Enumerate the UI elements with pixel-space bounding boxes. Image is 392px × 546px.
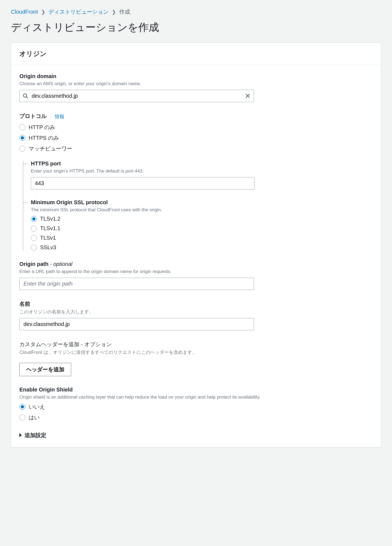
field-origin-path: Origin path - optional Enter a URL path … — [19, 261, 373, 290]
radio-icon — [19, 135, 25, 141]
breadcrumb: CloudFront ❯ ディストリビューション ❯ 作成 — [11, 8, 381, 16]
info-link[interactable]: 情報 — [55, 113, 64, 120]
radio-icon — [31, 216, 37, 222]
name-help: このオリジンの名前を入力します。 — [19, 309, 373, 315]
radio-label: いいえ — [29, 403, 45, 411]
additional-settings-toggle[interactable]: 追加設定 — [19, 432, 373, 439]
radio-label: マッチビューワー — [29, 145, 72, 152]
field-custom-header: カスタムヘッダーを追加 - オプション CloudFront は、オリジンに送信… — [19, 341, 373, 376]
protocol-radio-group: HTTP のみ HTTPS のみ マッチビューワー — [19, 124, 373, 152]
radio-icon — [19, 404, 25, 410]
origin-panel: オリジン Origin domain Choose an AWS origin,… — [11, 43, 381, 447]
origin-path-help: Enter a URL path to append to the origin… — [19, 268, 373, 275]
radio-icon — [31, 235, 37, 241]
https-port-help: Enter your origin's HTTPS port. The defa… — [31, 168, 373, 174]
page-title: ディストリビューションを作成 — [11, 20, 381, 34]
breadcrumb-root[interactable]: CloudFront — [11, 9, 38, 15]
caret-right-icon — [19, 433, 22, 437]
origin-path-label: Origin path - optional — [19, 261, 373, 267]
breadcrumb-distributions[interactable]: ディストリビューション — [49, 8, 109, 16]
svg-line-1 — [26, 97, 28, 98]
origin-shield-help: Origin shield is an additional caching l… — [19, 394, 373, 400]
radio-tlsv12[interactable]: TLSv1.2 — [31, 216, 373, 222]
chevron-right-icon: ❯ — [112, 9, 116, 15]
origin-path-input[interactable] — [19, 278, 254, 290]
custom-header-label: カスタムヘッダーを追加 - オプション — [19, 341, 373, 348]
radio-label: TLSv1 — [40, 235, 56, 241]
origin-domain-input[interactable] — [19, 90, 254, 102]
radio-icon — [31, 225, 37, 232]
ssl-protocol-help: The minimum SSL protocol that CloudFront… — [31, 207, 373, 213]
divider — [50, 114, 51, 120]
add-header-button[interactable]: ヘッダーを追加 — [19, 363, 71, 376]
radio-label: TLSv1.1 — [40, 225, 60, 232]
https-nested-settings: HTTPS port Enter your origin's HTTPS por… — [23, 161, 373, 251]
name-label: 名前 — [19, 300, 373, 308]
https-port-label: HTTPS port — [31, 161, 373, 167]
radio-label: TLSv1.2 — [40, 216, 60, 222]
field-https-port: HTTPS port Enter your origin's HTTPS por… — [23, 161, 373, 189]
ssl-protocol-label: Minimum Origin SSL protocol — [31, 199, 373, 206]
ssl-protocol-radio-group: TLSv1.2 TLSv1.1 TLSv1 SSLv3 — [31, 216, 373, 251]
radio-https-only[interactable]: HTTPS のみ — [19, 134, 373, 142]
svg-point-0 — [23, 94, 27, 97]
panel-header: オリジン — [11, 43, 381, 65]
radio-icon — [19, 124, 25, 130]
radio-tlsv11[interactable]: TLSv1.1 — [31, 225, 373, 232]
origin-domain-help: Choose an AWS origin, or enter your orig… — [19, 81, 373, 87]
radio-sslv3[interactable]: SSLv3 — [31, 244, 373, 251]
origin-domain-label: Origin domain — [19, 73, 373, 79]
custom-header-help: CloudFront は、オリジンに送信するすべてのリクエストにこのヘッダーを含… — [19, 349, 373, 356]
field-ssl-protocol: Minimum Origin SSL protocol The minimum … — [23, 199, 373, 251]
radio-tlsv1[interactable]: TLSv1 — [31, 235, 373, 241]
radio-label: SSLv3 — [40, 244, 56, 251]
radio-shield-yes[interactable]: はい — [19, 414, 373, 421]
field-origin-shield: Enable Origin Shield Origin shield is an… — [19, 387, 373, 421]
name-input[interactable] — [19, 318, 254, 330]
additional-settings-label: 追加設定 — [25, 432, 46, 439]
radio-icon — [19, 414, 25, 420]
radio-match-viewer[interactable]: マッチビューワー — [19, 145, 373, 152]
radio-label: はい — [29, 414, 40, 421]
protocol-label: プロトコル — [19, 112, 47, 120]
radio-label: HTTPS のみ — [29, 134, 59, 142]
field-protocol: プロトコル 情報 HTTP のみ HTTPS のみ マッチビューワー — [19, 112, 373, 251]
radio-shield-no[interactable]: いいえ — [19, 403, 373, 411]
panel-title: オリジン — [19, 49, 373, 58]
origin-shield-label: Enable Origin Shield — [19, 387, 373, 393]
radio-label: HTTP のみ — [29, 124, 55, 131]
breadcrumb-current: 作成 — [119, 8, 130, 16]
radio-http-only[interactable]: HTTP のみ — [19, 124, 373, 131]
radio-icon — [31, 245, 37, 251]
clear-icon[interactable] — [245, 93, 251, 99]
field-name: 名前 このオリジンの名前を入力します。 — [19, 300, 373, 330]
radio-icon — [19, 146, 25, 152]
chevron-right-icon: ❯ — [41, 9, 45, 15]
origin-shield-radio-group: いいえ はい — [19, 403, 373, 421]
field-origin-domain: Origin domain Choose an AWS origin, or e… — [19, 73, 373, 102]
https-port-input[interactable] — [31, 177, 255, 189]
search-icon — [23, 93, 28, 99]
